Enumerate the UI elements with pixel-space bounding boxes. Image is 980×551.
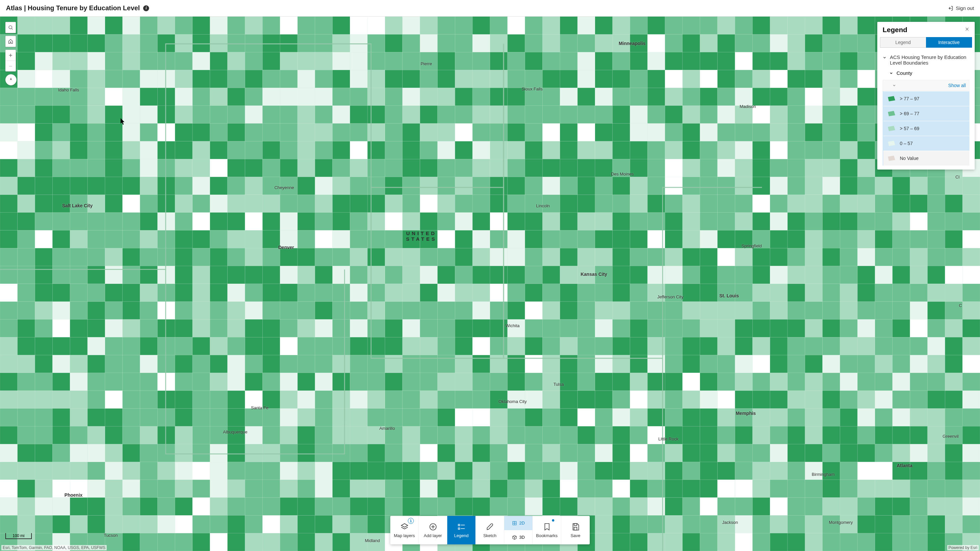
svg-rect-1635 (123, 533, 140, 551)
svg-rect-1612 (700, 515, 718, 533)
svg-rect-265 (648, 88, 665, 106)
legend-layer-row[interactable]: ACS Housing Tenure by Education Level Bo… (883, 52, 969, 69)
svg-rect-624 (70, 213, 88, 230)
svg-rect-1549 (578, 498, 595, 516)
svg-rect-705 (508, 230, 525, 248)
svg-rect-473 (368, 159, 385, 177)
svg-rect-1298 (105, 426, 123, 444)
svg-rect-1376 (490, 444, 508, 462)
home-button[interactable] (6, 36, 16, 47)
svg-rect-1056 (770, 337, 788, 355)
legend-button[interactable]: Legend (447, 516, 476, 545)
svg-rect-1517 (18, 498, 35, 516)
map-view[interactable]: UNITED STATES MinneapolisPierreIdaho Fal… (0, 17, 980, 551)
add-layer-button[interactable]: Add layer (419, 516, 447, 545)
svg-rect-30 (455, 17, 473, 35)
svg-rect-340 (0, 124, 18, 141)
svg-rect-1268 (560, 409, 578, 427)
svg-rect-875 (542, 284, 560, 302)
svg-rect-1531 (262, 498, 280, 516)
bookmarks-button[interactable]: Bookmarks (533, 516, 561, 545)
svg-rect-812 (420, 266, 438, 284)
svg-rect-694 (315, 230, 332, 248)
legend-show-all-button[interactable]: Show all (948, 83, 966, 88)
svg-rect-400 (70, 141, 88, 159)
sign-out-label: Sign out (956, 5, 974, 11)
svg-rect-145 (508, 52, 525, 70)
svg-rect-379 (682, 124, 700, 141)
svg-rect-240 (210, 88, 228, 106)
sign-out-button[interactable]: Sign out (948, 5, 974, 11)
zoom-out-button[interactable] (6, 60, 16, 71)
svg-rect-293 (158, 106, 175, 124)
svg-rect-644 (420, 213, 438, 230)
view-3d-button[interactable]: 3D (504, 530, 532, 545)
svg-rect-63 (52, 35, 70, 52)
compass-button[interactable] (5, 74, 17, 86)
svg-rect-140 (420, 52, 438, 70)
legend-class-row[interactable]: > 57 – 69 (883, 121, 969, 136)
svg-rect-1644 (280, 533, 298, 551)
svg-rect-62 (35, 35, 52, 52)
svg-rect-1356 (140, 444, 158, 462)
tab-interactive[interactable]: Interactive (926, 37, 972, 48)
svg-rect-1143 (332, 373, 350, 391)
svg-rect-1012 (0, 337, 18, 355)
svg-rect-1543 (473, 498, 490, 516)
legend-class-row[interactable]: > 77 – 97 (883, 91, 969, 106)
view-2d-button[interactable]: 2D (504, 516, 532, 530)
legend-class-row[interactable]: 0 – 57 (883, 136, 969, 151)
svg-rect-999 (752, 319, 770, 337)
svg-rect-923 (402, 302, 420, 319)
svg-rect-1267 (542, 409, 560, 427)
svg-rect-157 (718, 52, 735, 70)
svg-rect-1051 (682, 337, 700, 355)
svg-rect-221 (858, 70, 875, 88)
plus-circle-icon (429, 522, 438, 531)
svg-rect-1020 (140, 337, 158, 355)
search-button[interactable] (6, 22, 16, 33)
svg-rect-342 (35, 124, 52, 141)
svg-rect-1702 (574, 527, 577, 530)
svg-rect-718 (735, 230, 753, 248)
sketch-button[interactable]: Sketch (476, 516, 504, 545)
info-icon[interactable]: i (143, 5, 149, 11)
svg-rect-1379 (542, 444, 560, 462)
svg-rect-195 (402, 70, 420, 88)
svg-rect-864 (350, 284, 368, 302)
svg-rect-108 (840, 35, 858, 52)
tab-legend[interactable]: Legend (880, 37, 926, 48)
svg-rect-1256 (350, 409, 368, 427)
svg-rect-1508 (840, 480, 858, 498)
svg-rect-76 (280, 35, 298, 52)
svg-rect-269 (718, 88, 735, 106)
svg-rect-819 (542, 266, 560, 284)
svg-rect-1132 (140, 373, 158, 391)
svg-rect-1521 (88, 498, 105, 516)
svg-rect-371 (542, 124, 560, 141)
svg-rect-1406 (35, 462, 52, 480)
svg-rect-93 (578, 35, 595, 52)
map-layers-button[interactable]: 1 Map layers (390, 516, 419, 545)
legend-sublayer-row[interactable]: County (883, 69, 969, 77)
svg-rect-1568 (910, 498, 928, 516)
svg-rect-1351 (52, 444, 70, 462)
svg-rect-765 (578, 248, 595, 266)
svg-rect-137 (368, 52, 385, 70)
svg-rect-922 (385, 302, 402, 319)
legend-close-button[interactable] (965, 27, 969, 33)
svg-rect-214 (735, 70, 753, 88)
zoom-in-button[interactable] (6, 50, 16, 60)
svg-rect-538 (525, 177, 542, 195)
svg-rect-317 (578, 106, 595, 124)
svg-rect-1375 (473, 444, 490, 462)
svg-rect-1241 (88, 409, 105, 427)
svg-rect-1258 (385, 409, 402, 427)
legend-class-row[interactable]: No Value (883, 151, 969, 165)
svg-rect-1486 (455, 480, 473, 498)
save-button[interactable]: Save (561, 516, 590, 545)
svg-rect-196 (420, 70, 438, 88)
svg-rect-1126 (35, 373, 52, 391)
svg-rect-389 (858, 124, 875, 141)
legend-class-row[interactable]: > 69 – 77 (883, 106, 969, 121)
